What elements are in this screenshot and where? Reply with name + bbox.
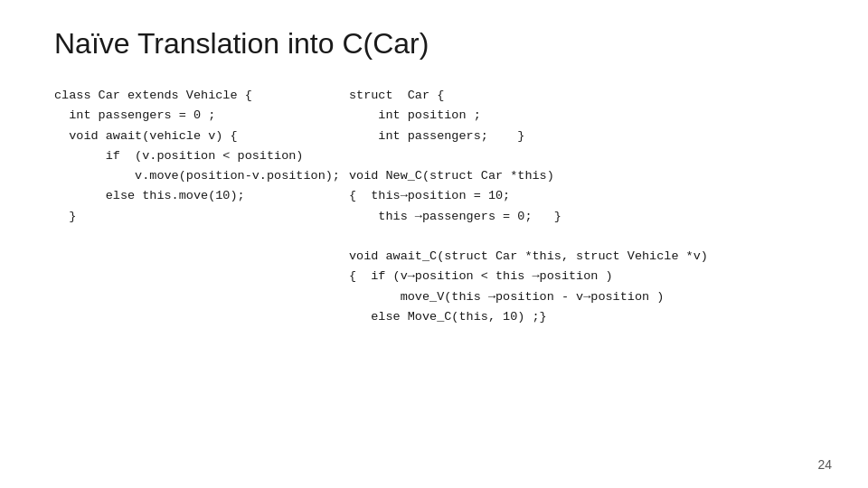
right-line-9: void await_C(struct Car *this, struct Ve… [349, 247, 814, 267]
right-line-1: struct Car { [349, 86, 814, 106]
right-line-12: else Move_C(this, 10) ;} [349, 307, 814, 327]
right-line-8 [349, 227, 814, 247]
right-line-10: { if (v→position < this →position ) [349, 267, 814, 286]
left-line-1: class Car extends Vehicle { [54, 86, 340, 106]
right-line-4 [349, 146, 814, 166]
right-line-11: move_V(this →position - v→position ) [349, 287, 814, 307]
left-line-4: if (v.position < position) [54, 146, 340, 166]
right-code-block: struct Car { int position ; int passenge… [340, 86, 814, 327]
left-code-block: class Car extends Vehicle { int passenge… [54, 86, 340, 227]
page-number: 24 [817, 457, 832, 472]
right-line-7: this →passengers = 0; } [349, 207, 814, 227]
slide-title: Naïve Translation into C(Car) [54, 27, 814, 61]
left-line-6: else this.move(10); [54, 186, 340, 206]
left-line-5: v.move(position-v.position); [54, 166, 340, 186]
slide: Naïve Translation into C(Car) class Car … [0, 0, 868, 488]
left-line-7: } [54, 207, 340, 227]
content-area: class Car extends Vehicle { int passenge… [54, 86, 814, 327]
left-line-2: int passengers = 0 ; [54, 106, 340, 126]
right-line-6: { this→position = 10; [349, 186, 814, 206]
left-line-3: void await(vehicle v) { [54, 127, 340, 146]
right-line-3: int passengers; } [349, 127, 814, 146]
right-line-5: void New_C(struct Car *this) [349, 166, 814, 186]
right-line-2: int position ; [349, 106, 814, 126]
